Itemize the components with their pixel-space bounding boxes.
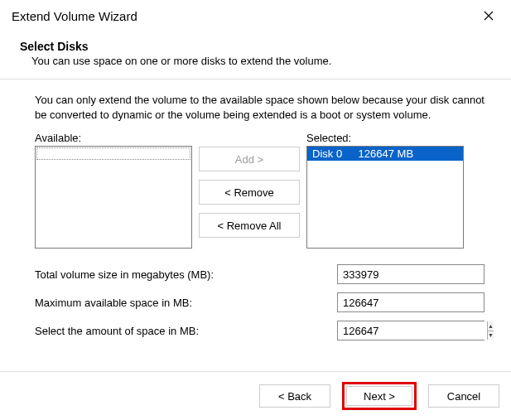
amount-row: Select the amount of space in MB: ▲ ▼ [35, 320, 484, 341]
max-space-row: Maximum available space in MB: 126647 [35, 292, 484, 313]
available-empty-row [36, 147, 190, 160]
add-button[interactable]: Add > [199, 147, 300, 171]
max-space-label: Maximum available space in MB: [35, 297, 337, 309]
spin-up-button[interactable]: ▲ [488, 321, 494, 331]
remove-all-button[interactable]: < Remove All [199, 213, 300, 238]
content-area: You can only extend the volume to the av… [0, 79, 511, 372]
amount-spinner[interactable]: ▲ ▼ [337, 321, 484, 340]
wizard-header: Select Disks You can use space on one or… [0, 28, 511, 79]
info-text: You can only extend the volume to the av… [35, 93, 484, 122]
page-heading: Select Disks [20, 40, 491, 53]
total-size-row: Total volume size in megabytes (MB): 333… [35, 263, 484, 285]
selected-column: Selected: Disk 0 126647 MB [306, 132, 464, 249]
close-icon [484, 11, 494, 21]
selected-listbox[interactable]: Disk 0 126647 MB [306, 146, 464, 249]
selected-label: Selected: [306, 132, 464, 144]
amount-label: Select the amount of space in MB: [35, 325, 337, 337]
total-size-value: 333979 [337, 264, 484, 284]
total-size-label: Total volume size in megabytes (MB): [35, 268, 337, 281]
window-title: Extend Volume Wizard [12, 9, 475, 23]
page-subtitle: You can use space on one or more disks t… [31, 55, 491, 67]
size-fields: Total volume size in megabytes (MB): 333… [35, 263, 484, 341]
disk-lists-row: Available: Add > < Remove < Remove All S… [35, 132, 484, 249]
remove-button[interactable]: < Remove [199, 180, 300, 205]
back-button[interactable]: < Back [259, 384, 330, 408]
next-button[interactable]: Next > [346, 386, 412, 406]
spin-buttons: ▲ ▼ [487, 321, 494, 340]
available-column: Available: [35, 132, 192, 249]
max-space-value: 126647 [337, 292, 484, 312]
available-listbox[interactable] [35, 146, 192, 249]
wizard-footer: < Back Next > Cancel [0, 372, 511, 420]
close-button[interactable] [475, 5, 503, 27]
transfer-buttons: Add > < Remove < Remove All [199, 132, 300, 249]
available-label: Available: [35, 132, 192, 144]
next-button-highlight: Next > [342, 382, 417, 410]
wizard-window: Extend Volume Wizard Select Disks You ca… [0, 0, 511, 420]
titlebar: Extend Volume Wizard [0, 0, 511, 28]
list-item[interactable]: Disk 0 126647 MB [307, 147, 463, 161]
cancel-button[interactable]: Cancel [428, 384, 499, 408]
amount-input[interactable] [338, 321, 487, 340]
spin-down-button[interactable]: ▼ [488, 331, 494, 340]
